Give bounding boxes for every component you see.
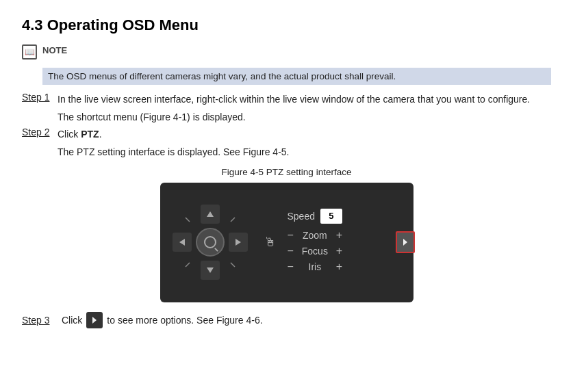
step3-label: Step 3 [22, 315, 58, 326]
svg-marker-9 [92, 317, 97, 324]
dpad-up-button[interactable] [201, 205, 220, 224]
focus-row: − Focus + [288, 245, 401, 257]
svg-line-6 [186, 263, 190, 267]
focus-label: Focus [301, 246, 329, 257]
step3-suffix: to see more options. See Figure 4-6. [107, 315, 262, 326]
zoom-label: Zoom [301, 230, 329, 241]
step2-bold: PTZ [81, 129, 99, 140]
note-box: 📖 NOTE [22, 44, 551, 60]
svg-line-5 [231, 218, 235, 222]
dpad-dr [223, 255, 242, 274]
step1-label: Step 1 [22, 92, 58, 103]
iris-row: − Iris + [288, 261, 401, 273]
svg-line-7 [231, 263, 235, 267]
dpad-left-button[interactable] [173, 233, 192, 252]
note-label: NOTE [42, 45, 67, 55]
iris-plus-button[interactable]: + [336, 261, 342, 273]
controls-area: Speed 5 − Zoom + − Focus + − Iris + [288, 209, 401, 276]
dpad-dl [178, 255, 197, 274]
inline-expand-button[interactable] [86, 312, 103, 328]
svg-marker-3 [235, 239, 241, 246]
focus-minus-button[interactable]: − [288, 245, 294, 257]
speed-row: Speed 5 [288, 209, 401, 224]
step3-row: Step 3 Click to see more options. See Fi… [22, 312, 551, 328]
focus-plus-button[interactable]: + [336, 245, 342, 257]
step2-suffix: . [99, 129, 102, 140]
dpad-ur [223, 210, 242, 229]
step1-sub: The shortcut menu (Figure 4-1) is displa… [58, 109, 551, 125]
dpad-right-button[interactable] [229, 233, 248, 252]
step2-sub: The PTZ setting interface is displayed. … [58, 144, 551, 159]
note-text: The OSD menus of different cameras might… [42, 68, 551, 85]
ptz-panel: 🖱 Speed 5 − Zoom + − Focus + − Iris + [160, 183, 413, 302]
dpad-ul [178, 210, 197, 229]
dpad-down-button[interactable] [201, 261, 220, 280]
speed-value[interactable]: 5 [320, 209, 342, 224]
speed-label: Speed [288, 211, 315, 222]
figure-caption: Figure 4-5 PTZ setting interface [22, 167, 551, 177]
step2-label: Step 2 [22, 127, 58, 138]
zoom-row: − Zoom + [288, 229, 401, 241]
search-icon [204, 236, 216, 248]
iris-minus-button[interactable]: − [288, 261, 294, 273]
step1-content: In the live view screen interface, right… [58, 92, 551, 107]
expand-button[interactable] [396, 231, 415, 253]
mouse-icon: 🖱 [264, 235, 277, 250]
dpad [173, 205, 248, 280]
step2-prefix: Click [58, 129, 81, 140]
zoom-minus-button[interactable]: − [288, 229, 294, 241]
page-title: 4.3 Operating OSD Menu [22, 16, 551, 34]
svg-marker-2 [179, 239, 185, 246]
svg-line-4 [186, 218, 190, 222]
note-book-icon: 📖 [22, 44, 37, 60]
step2-content: Click PTZ. [58, 127, 551, 142]
zoom-plus-button[interactable]: + [336, 229, 342, 241]
step2-row: Step 2 Click PTZ. [22, 127, 551, 142]
svg-marker-0 [207, 211, 214, 217]
dpad-center[interactable] [196, 228, 225, 257]
step1-row: Step 1 In the live view screen interface… [22, 92, 551, 107]
svg-marker-8 [403, 239, 407, 246]
step3-prefix: Click [62, 315, 82, 326]
svg-marker-1 [207, 267, 214, 273]
figure-container: 🖱 Speed 5 − Zoom + − Focus + − Iris + [22, 183, 551, 302]
iris-label: Iris [301, 261, 329, 272]
